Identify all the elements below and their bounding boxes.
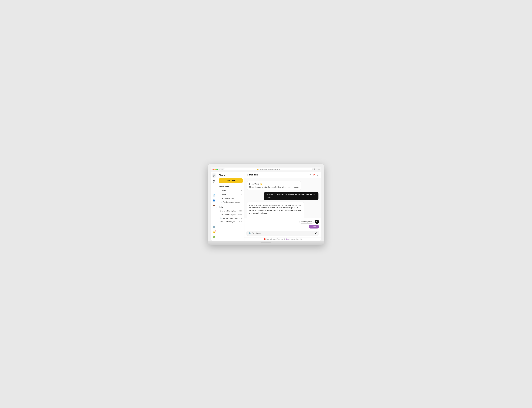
history-item-1-name: Chat about Family Law <box>220 214 236 215</box>
history-item-2[interactable]: 📄 Tax Law Agreement... Thu <box>219 217 243 220</box>
laptop-base <box>208 241 324 245</box>
back-icon[interactable]: ‹ <box>221 168 222 170</box>
main-chat-area: Chat's Title ⬆ 📌 ⚙ Hello, Uroos 👋 Please… <box>244 172 321 241</box>
greeting-sub-text: Please choose a question below, or feel … <box>249 186 299 188</box>
prompts-row: Prompts <box>247 225 319 230</box>
message-user-1: What should I do if I've been injured in… <box>264 192 318 200</box>
folder-chevron-1: ▾ <box>241 190 242 191</box>
laptop-screen: ⊞ ‹ › 🔒 app.allawyer.pro/main#/chat/ ↻ ⬆… <box>211 167 321 241</box>
pin-chat-icon[interactable]: 📌 <box>313 174 315 176</box>
history-doc-icon-2: 📄 <box>220 217 222 219</box>
stop-response-area: Stop response ⊗ <box>247 220 319 224</box>
chat-footer: Stop response ⊗ Prompts 📎 🎤 <box>244 218 321 237</box>
chat-input-row: 📎 🎤 <box>247 230 319 236</box>
history-more-icon[interactable]: ⋮ <box>241 206 243 208</box>
url-text: app.allawyer.pro/main#/chat/ <box>260 169 278 170</box>
refresh-icon[interactable]: ↻ <box>279 169 280 170</box>
sub-chat-doc-icon: 📄 <box>221 201 223 203</box>
prompts-button[interactable]: Prompts <box>309 225 319 229</box>
folder-name-2: Work <box>222 193 226 195</box>
maximize-traffic-light[interactable] <box>216 169 218 170</box>
sidebar-chat-icon[interactable]: 💬 <box>212 179 216 184</box>
survey-bar: 🎁 Help us improve! Take a 1-min Survey a… <box>244 237 321 241</box>
traffic-lights <box>213 169 218 170</box>
folder-item-work-1[interactable]: 🗂 Work ▾ <box>219 189 243 192</box>
ai-response-text: If you have been injured in an accident … <box>249 204 301 218</box>
history-section-header: History ⋮ <box>219 206 243 208</box>
folder-item-work-2[interactable]: 🗂 Work ▾ <box>219 193 243 196</box>
message-ai-response-1: If you have been injured in an accident … <box>247 202 304 218</box>
chat-header: Chat's Title ⬆ 📌 ⚙ <box>244 172 321 178</box>
greeting-text: Hello, Uroos 👋 <box>249 183 299 185</box>
laptop-wrapper: ⊞ ‹ › 🔒 app.allawyer.pro/main#/chat/ ↻ ⬆… <box>208 163 324 245</box>
attach-icon[interactable]: 📎 <box>249 232 251 234</box>
settings-star-icon: ✳️ <box>213 236 215 238</box>
laptop-notch <box>261 242 271 243</box>
history-item-0-time: 9:36 <box>239 210 242 212</box>
person-icon: 👤 <box>213 199 215 202</box>
survey-link[interactable]: Survey <box>286 238 290 240</box>
lock-icon: 🔒 <box>257 169 259 170</box>
folder-chevron-2: ▾ <box>241 193 242 195</box>
forward-icon[interactable]: › <box>222 168 223 170</box>
pinned-chats-more-icon[interactable]: ⋮ <box>241 185 243 188</box>
chats-title: Chats <box>219 174 243 177</box>
app-layout: 💬 💬 📄 👤 💼 ℹ️ <box>211 172 321 241</box>
history-item-2-name: Tax Law Agreement... <box>223 217 238 219</box>
share-browser-icon[interactable]: ⬆ <box>314 168 315 170</box>
sidebar-info-icon[interactable]: ℹ️ <box>212 225 216 229</box>
chat-input[interactable] <box>252 232 313 234</box>
browser-chrome: ⊞ ‹ › 🔒 app.allawyer.pro/main#/chat/ ↻ ⬆… <box>211 167 321 172</box>
chat-icon: 💬 <box>213 180 215 183</box>
doc-icon: 📄 <box>213 194 215 197</box>
info-icon: ℹ️ <box>213 226 215 228</box>
sidebar-briefcase-icon[interactable]: 💼 <box>212 203 216 207</box>
sub-chat-tax-agreements-label: Tax Law Agreements compar... <box>223 201 242 203</box>
close-traffic-light[interactable] <box>213 169 214 170</box>
folder-name-1: Work <box>222 190 226 192</box>
chat-title: Chat's Title <box>247 174 258 176</box>
icon-sidebar-bottom: ℹ️ 🔔 ✳️ <box>212 225 216 239</box>
history-section: History ⋮ Chat about Family Law 9:36 Cha… <box>219 206 243 224</box>
browser-actions: ⬆ + ⧉ <box>314 168 319 170</box>
new-tab-icon[interactable]: + <box>316 168 317 170</box>
history-label: History <box>219 206 224 208</box>
history-item-3-time: Wed <box>239 221 242 223</box>
history-item-1-time: 10:58 <box>238 214 242 215</box>
pinned-chats-label: Pinned chats <box>219 186 229 187</box>
minimize-traffic-light[interactable] <box>215 169 216 170</box>
sidebar-person-icon[interactable]: 👤 <box>212 198 216 203</box>
logo-icon: 💬 <box>213 174 215 177</box>
history-item-3-name: Chat about Family Law <box>220 221 236 223</box>
pinned-chats-section-header: Pinned chats ⋮ <box>219 185 243 188</box>
settings-chat-icon[interactable]: ⚙ <box>317 174 318 176</box>
stop-icon-button[interactable]: ⊗ <box>315 220 319 224</box>
chats-sidebar: Chats New Chat Pinned chats ⋮ 🗂 Work ▾ <box>217 172 244 241</box>
history-item-2-time: Thu <box>239 217 242 219</box>
sidebar-bell-icon[interactable]: 🔔 <box>212 230 216 234</box>
window-layout-icon[interactable]: ⊞ <box>219 168 220 170</box>
survey-text-before: 🎁 Help us improve! Take a 1-min <box>264 238 286 240</box>
icon-sidebar: 💬 💬 📄 👤 💼 ℹ️ <box>211 172 217 241</box>
briefcase-icon: 💼 <box>213 204 215 206</box>
sidebar-settings-icon[interactable]: ✳️ <box>212 235 216 239</box>
chat-item-tax-law-label: Chat about Tax Law <box>220 198 234 199</box>
stop-response-button[interactable]: Stop response <box>299 220 314 224</box>
chat-header-actions: ⬆ 📌 ⚙ <box>309 174 318 176</box>
chat-item-tax-law[interactable]: Chat about Tax Law <box>219 196 243 200</box>
browser-nav-controls: ⊞ ‹ › <box>219 168 223 170</box>
history-item-3[interactable]: Chat about Family Law Wed <box>219 220 243 224</box>
sidebar-doc-icon[interactable]: 📄 <box>212 193 216 198</box>
mic-icon[interactable]: 🎤 <box>315 232 317 234</box>
new-chat-button[interactable]: New Chat <box>219 178 243 183</box>
survey-text-after: and receive a gift <box>290 238 302 240</box>
history-item-0-name: Chat about Family Law <box>220 210 236 212</box>
address-bar[interactable]: 🔒 app.allawyer.pro/main#/chat/ ↻ <box>224 168 313 171</box>
share-chat-icon[interactable]: ⬆ <box>309 174 311 176</box>
sub-chat-tax-agreements[interactable]: 📄 Tax Law Agreements compar... <box>219 201 243 204</box>
history-item-1[interactable]: Chat about Family Law 10:58 <box>219 213 243 216</box>
history-item-0[interactable]: Chat about Family Law 9:36 <box>219 209 243 213</box>
stop-circle-icon: ⊗ <box>316 221 318 223</box>
tabs-icon[interactable]: ⧉ <box>318 168 319 170</box>
chat-messages: Hello, Uroos 👋 Please choose a question … <box>244 178 321 218</box>
